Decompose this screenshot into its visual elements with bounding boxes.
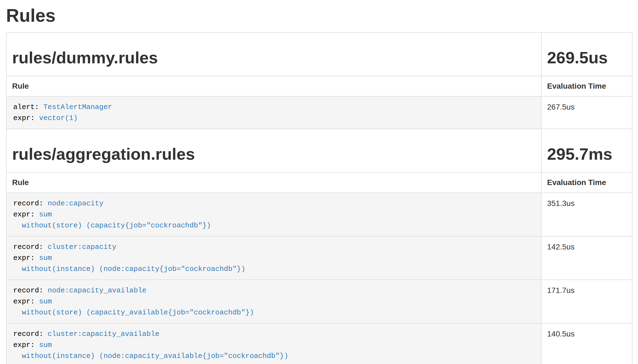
rule-expr-link[interactable]: sum without(store) (capacity_available{j… — [13, 297, 254, 317]
rule-name-link[interactable]: cluster:capacity — [48, 243, 117, 251]
expr-keyword: expr: — [13, 254, 35, 262]
rule-row: record: node:capacity_available expr: su… — [6, 280, 632, 323]
rules-table: rules/dummy.rules269.5usRuleEvaluation T… — [6, 32, 632, 364]
expr-keyword: expr: — [13, 297, 35, 306]
rule-keyword: alert: — [13, 103, 39, 111]
rule-name-link[interactable]: node:capacity_available — [48, 286, 147, 295]
rule-cell: record: cluster:capacity_available expr:… — [6, 323, 541, 364]
rule-name-link[interactable]: node:capacity — [48, 199, 104, 208]
group-evaluation-total: 295.7ms — [547, 145, 626, 163]
rule-name-link[interactable]: TestAlertManager — [43, 103, 112, 111]
rule-group-header-row: rules/dummy.rules269.5us — [6, 32, 632, 76]
column-label-row: RuleEvaluation Time — [6, 172, 632, 193]
rule-column-label: Rule — [6, 76, 541, 96]
rule-expr-link[interactable]: sum without(store) (capacity{job="cockro… — [13, 210, 211, 230]
group-file-cell: rules/dummy.rules — [6, 32, 541, 76]
rule-column-label: Rule — [6, 172, 541, 193]
expr-keyword: expr: — [13, 114, 35, 122]
rule-cell: record: node:capacity_available expr: su… — [6, 280, 541, 323]
group-eval-total-cell: 295.7ms — [541, 129, 632, 172]
rule-cell: record: node:capacity expr: sum without(… — [6, 193, 541, 236]
expr-keyword: expr: — [13, 341, 35, 349]
rule-row: record: cluster:capacity_available expr:… — [6, 323, 632, 364]
rule-keyword: record: — [13, 286, 43, 295]
rule-name-link[interactable]: cluster:capacity_available — [48, 330, 160, 338]
evaluation-time-column-label: Evaluation Time — [541, 172, 632, 193]
rule-keyword: record: — [13, 243, 43, 251]
rule-expr-link[interactable]: vector(1) — [39, 114, 78, 122]
rule-evaluation-time: 267.5us — [541, 96, 632, 129]
expr-keyword: expr: — [13, 210, 35, 219]
group-eval-total-cell: 269.5us — [541, 32, 632, 76]
rule-evaluation-time: 351.3us — [541, 193, 632, 236]
group-file-cell: rules/aggregation.rules — [6, 129, 541, 172]
rule-keyword: record: — [13, 330, 43, 338]
column-label-row: RuleEvaluation Time — [6, 76, 632, 96]
group-file-name: rules/dummy.rules — [12, 49, 536, 67]
rule-evaluation-time: 171.7us — [541, 280, 632, 323]
group-evaluation-total: 269.5us — [547, 49, 626, 67]
rule-evaluation-time: 142.5us — [541, 236, 632, 280]
rule-row: record: cluster:capacity expr: sum witho… — [6, 236, 632, 280]
evaluation-time-column-label: Evaluation Time — [541, 76, 632, 96]
rule-row: record: node:capacity expr: sum without(… — [6, 193, 632, 236]
page-title: Rules — [6, 6, 632, 26]
rules-page: Rules rules/dummy.rules269.5usRuleEvalua… — [0, 6, 638, 364]
rule-row: alert: TestAlertManager expr: vector(1)2… — [6, 96, 632, 129]
group-file-name: rules/aggregation.rules — [12, 145, 536, 163]
rule-keyword: record: — [13, 199, 43, 208]
rule-evaluation-time: 140.5us — [541, 323, 632, 364]
rule-cell: record: cluster:capacity expr: sum witho… — [6, 236, 541, 280]
rule-cell: alert: TestAlertManager expr: vector(1) — [6, 96, 541, 129]
rule-group-header-row: rules/aggregation.rules295.7ms — [6, 129, 632, 172]
rule-expr-link[interactable]: sum without(instance) (node:capacity_ava… — [13, 341, 288, 360]
rule-expr-link[interactable]: sum without(instance) (node:capacity{job… — [13, 254, 245, 273]
